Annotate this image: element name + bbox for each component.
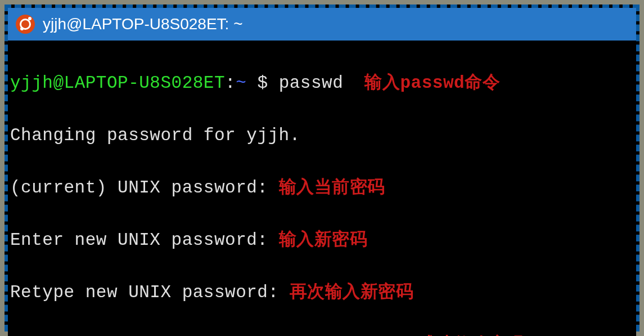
terminal-body[interactable]: yjjh@LAPTOP-U8S028ET:~ $ passwd 输入passwd…: [8, 41, 636, 336]
window-title: yjjh@LAPTOP-U8S028ET: ~: [43, 15, 243, 33]
annotation-2: 输入当前密码: [279, 178, 385, 198]
annotation-4: 再次输入新密码: [290, 283, 414, 302]
ubuntu-icon: [16, 15, 35, 34]
terminal-line-1: yjjh@LAPTOP-U8S028ET:~ $ passwd 输入passwd…: [10, 70, 634, 97]
prompt-user: yjjh: [10, 73, 53, 93]
window-frame: yjjh@LAPTOP-U8S028ET: ~ yjjh@LAPTOP-U8S0…: [4, 5, 640, 331]
terminal-line-6: passwd: password updated successfully 成功…: [10, 332, 634, 337]
annotation-3: 输入新密码: [279, 230, 368, 250]
terminal-line-3: (current) UNIX password: 输入当前密码: [10, 175, 634, 201]
terminal-line-5: Retype new UNIX password: 再次输入新密码: [10, 280, 634, 306]
prompt-host: LAPTOP-U8S028ET: [64, 73, 226, 93]
annotation-1: 输入passwd命令: [364, 73, 500, 93]
titlebar[interactable]: yjjh@LAPTOP-U8S028ET: ~: [8, 8, 636, 41]
command-text: passwd: [279, 73, 344, 93]
terminal-line-2: Changing password for yjjh.: [10, 123, 634, 149]
prompt-symbol: $: [257, 73, 268, 93]
terminal-line-4: Enter new UNIX password: 输入新密码: [10, 227, 634, 254]
prompt-path: ~: [236, 73, 246, 93]
